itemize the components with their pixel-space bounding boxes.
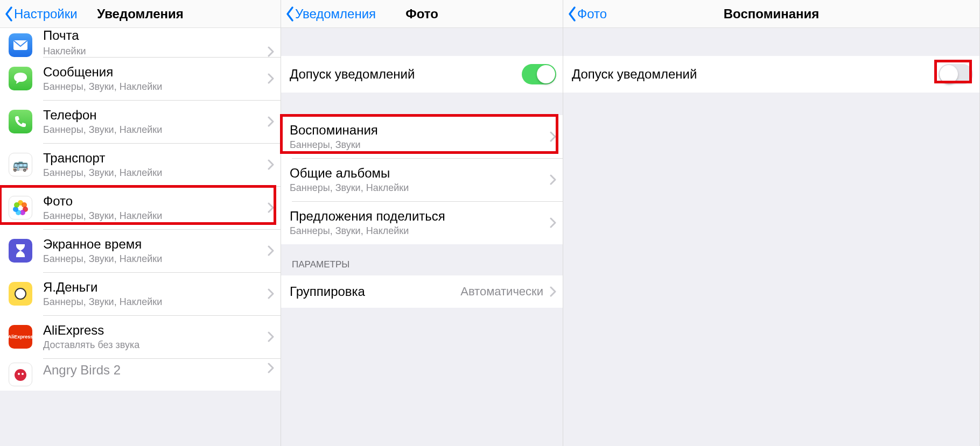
list-item-aliexpress[interactable]: AliExpress AliExpress Доставлять без зву… [0, 315, 281, 358]
row-sub: Баннеры, Звуки, Наклейки [43, 296, 264, 308]
list-item-photos[interactable]: Фото Баннеры, Звуки, Наклейки [0, 186, 281, 229]
row-sub: Баннеры, Звуки, Наклейки [43, 124, 264, 136]
panel-notifications: Настройки Уведомления Почта Наклейки Соо… [0, 0, 281, 446]
spacer [563, 28, 979, 56]
chevron-right-icon [268, 288, 274, 299]
row-text: Почта Наклейки [43, 28, 264, 57]
chevron-left-icon [285, 6, 295, 22]
section-header-params: ПАРАМЕТРЫ [281, 244, 563, 275]
row-text: AliExpress Доставлять без звука [43, 323, 264, 351]
phone-icon [9, 110, 32, 133]
row-text: Я.Деньги Баннеры, Звуки, Наклейки [43, 280, 264, 308]
aliexpress-icon: AliExpress [9, 325, 32, 349]
row-sub: Баннеры, Звуки, Наклейки [43, 253, 264, 265]
svg-point-8 [15, 288, 26, 299]
allow-notifications-row: Допуск уведомлений [281, 56, 563, 93]
chevron-right-icon [550, 217, 556, 228]
row-title: Фото [43, 194, 264, 209]
allow-toggle[interactable] [939, 64, 973, 84]
back-button[interactable]: Уведомления [285, 6, 376, 22]
row-sub: Баннеры, Звуки [290, 139, 547, 151]
row-title: Сообщения [43, 65, 264, 80]
row-title: Я.Деньги [43, 280, 264, 295]
app-list: Почта Наклейки Сообщения Баннеры, Звуки,… [0, 28, 281, 391]
row-title: Экранное время [43, 237, 264, 252]
back-button[interactable]: Фото [568, 6, 607, 22]
allow-label: Допуск уведомлений [572, 67, 939, 82]
chevron-left-icon [4, 6, 14, 22]
back-label: Фото [577, 6, 607, 22]
grouping-label: Группировка [290, 284, 460, 300]
row-text: Экранное время Баннеры, Звуки, Наклейки [43, 237, 264, 265]
list-item-screentime[interactable]: Экранное время Баннеры, Звуки, Наклейки [0, 229, 281, 272]
page-title: Воспоминания [563, 6, 979, 22]
list-item-phone[interactable]: Телефон Баннеры, Звуки, Наклейки [0, 100, 281, 143]
svg-point-9 [15, 369, 26, 381]
angrybirds-icon [9, 363, 32, 386]
types-section: Воспоминания Баннеры, Звуки Общие альбом… [281, 115, 563, 244]
list-item-memories[interactable]: Воспоминания Баннеры, Звуки [281, 115, 563, 158]
messages-icon [9, 67, 32, 90]
chevron-right-icon [268, 116, 274, 127]
row-sub: Наклейки [43, 46, 264, 57]
chevron-right-icon [268, 331, 274, 342]
chevron-right-icon [268, 245, 274, 256]
back-button[interactable]: Настройки [4, 6, 78, 22]
row-title: Транспорт [43, 151, 264, 166]
header: Фото Воспоминания [563, 0, 979, 28]
mail-icon [9, 33, 32, 57]
chevron-right-icon [550, 174, 556, 185]
header: Настройки Уведомления [0, 0, 281, 28]
row-title: Angry Birds 2 [43, 363, 264, 378]
transport-icon: 🚌 [9, 153, 32, 176]
grouping-value: Автоматически [460, 285, 543, 299]
list-item-messages[interactable]: Сообщения Баннеры, Звуки, Наклейки [0, 57, 281, 100]
row-text: Angry Birds 2 [43, 363, 264, 378]
row-sub: Баннеры, Звуки, Наклейки [43, 81, 264, 93]
back-label: Настройки [14, 6, 78, 22]
row-text: Допуск уведомлений [572, 67, 939, 82]
row-title: AliExpress [43, 323, 264, 338]
params-section: Группировка Автоматически [281, 275, 563, 308]
list-item-angrybirds[interactable]: Angry Birds 2 [0, 358, 281, 391]
row-sub: Баннеры, Звуки, Наклейки [43, 210, 264, 222]
row-sub: Баннеры, Звуки, Наклейки [290, 225, 547, 237]
allow-section: Допуск уведомлений [563, 56, 979, 93]
list-item-sharing-suggestions[interactable]: Предложения поделиться Баннеры, Звуки, Н… [281, 201, 563, 244]
chevron-right-icon [550, 286, 556, 297]
row-sub: Баннеры, Звуки, Наклейки [43, 167, 264, 179]
list-item-shared-albums[interactable]: Общие альбомы Баннеры, Звуки, Наклейки [281, 158, 563, 201]
row-text: Транспорт Баннеры, Звуки, Наклейки [43, 151, 264, 179]
row-text: Допуск уведомлений [290, 67, 522, 82]
chevron-right-icon [268, 73, 274, 84]
chevron-left-icon [568, 6, 577, 22]
panel-memories: Фото Воспоминания Допуск уведомлений [563, 0, 980, 446]
row-text: Телефон Баннеры, Звуки, Наклейки [43, 108, 264, 136]
spacer [281, 93, 563, 115]
row-sub: Баннеры, Звуки, Наклейки [290, 182, 547, 194]
row-text: Воспоминания Баннеры, Звуки [290, 123, 547, 151]
spacer [281, 28, 563, 56]
allow-label: Допуск уведомлений [290, 67, 522, 82]
panel-photo-notifications: Уведомления Фото Допуск уведомлений Восп… [281, 0, 563, 446]
svg-point-7 [14, 202, 19, 208]
list-item-yadenghi[interactable]: Я.Деньги Баннеры, Звуки, Наклейки [0, 272, 281, 315]
allow-toggle[interactable] [522, 64, 556, 84]
yadenghi-icon [9, 282, 32, 306]
row-text: Предложения поделиться Баннеры, Звуки, Н… [290, 209, 547, 237]
allow-notifications-row: Допуск уведомлений [563, 56, 979, 93]
row-text: Сообщения Баннеры, Звуки, Наклейки [43, 65, 264, 93]
photos-icon [9, 196, 32, 220]
list-item-mail[interactable]: Почта Наклейки [0, 28, 281, 57]
row-title: Почта [43, 28, 264, 44]
row-text: Общие альбомы Баннеры, Звуки, Наклейки [290, 166, 547, 194]
row-grouping[interactable]: Группировка Автоматически [281, 275, 563, 308]
list-item-transport[interactable]: 🚌 Транспорт Баннеры, Звуки, Наклейки [0, 143, 281, 186]
row-text: Группировка [290, 284, 460, 300]
row-title: Телефон [43, 108, 264, 123]
row-title: Предложения поделиться [290, 209, 547, 224]
svg-point-11 [22, 373, 24, 375]
svg-point-10 [18, 373, 20, 375]
chevron-right-icon [268, 202, 274, 213]
back-label: Уведомления [295, 6, 376, 22]
